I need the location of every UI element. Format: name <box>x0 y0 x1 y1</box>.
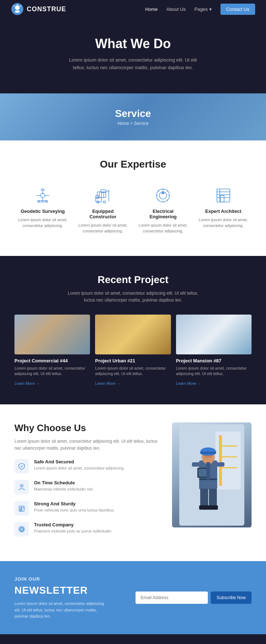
expertise-item-electrical: Electrical Engineering Lorem ipsum dolor… <box>135 183 192 238</box>
svg-rect-6 <box>41 189 44 190</box>
surveying-name: Geodetic Surveying <box>18 209 68 214</box>
project-desc-commercial: Lorem ipsum dolor sit amet, consectetur … <box>14 366 90 377</box>
project-title-urban: Project Urban #21 <box>95 358 171 363</box>
surveying-icon <box>34 187 51 204</box>
svg-rect-66 <box>209 489 217 507</box>
why-item-trusted: Trusted Company Praesent molestie justo … <box>14 522 158 536</box>
svg-rect-59 <box>200 452 216 454</box>
contact-button[interactable]: Contact Us <box>220 4 255 15</box>
schedule-icon-box <box>14 480 29 494</box>
trusted-title: Trusted Company <box>34 522 112 527</box>
sturdy-title: Strong And Sturdy <box>34 501 115 506</box>
safe-desc: Lorem ipsum dolor sit amet, consectetur … <box>34 466 125 471</box>
worker-image <box>172 422 252 527</box>
why-title: Why Choose Us <box>14 422 158 434</box>
logo[interactable]: CONSTRUE <box>11 3 66 16</box>
safe-title: Safe And Secured <box>34 459 125 464</box>
surveying-desc: Lorem ipsum dolor sit amet, consectetur … <box>18 217 68 229</box>
person-icon <box>18 484 25 491</box>
svg-rect-2 <box>15 10 20 13</box>
project-image-mansion <box>176 315 252 354</box>
nav-home[interactable]: Home <box>145 7 158 12</box>
expertise-section: Our Expertise Geodetic Surveying Lorem i… <box>0 140 266 256</box>
architect-name: Expert Architect <box>199 209 248 214</box>
hero-title: What We Do <box>14 36 252 51</box>
svg-line-14 <box>46 201 47 203</box>
electrical-icon <box>154 187 172 204</box>
project-image-commercial <box>14 315 90 354</box>
expertise-item-architect: Expert Architect Lorem ipsum dolor sit a… <box>195 183 252 238</box>
svg-point-18 <box>103 201 106 203</box>
project-title-mansion: Project Mansion #87 <box>176 358 252 363</box>
svg-point-1 <box>15 5 20 10</box>
project-image-urban <box>95 315 171 354</box>
newsletter-desc: Lorem ipsum dolor sit amet, consectetur … <box>14 601 108 620</box>
service-banner: Service Home > Service <box>0 93 266 140</box>
subscribe-button[interactable]: Subscribe Now <box>211 592 252 604</box>
project-card-mansion: Project Mansion #87 Lorem ipsum dolor si… <box>176 315 252 386</box>
svg-rect-70 <box>206 462 210 480</box>
architect-icon <box>215 187 232 204</box>
trusted-icon-box <box>14 522 29 536</box>
project-card-commercial: Project Commercial #44 Lorem ipsum dolor… <box>14 315 90 386</box>
svg-line-13 <box>38 201 40 203</box>
schedule-title: On Time Schedule <box>34 480 94 485</box>
expertise-item-surveying: Geodetic Surveying Lorem ipsum dolor sit… <box>14 183 71 238</box>
nav-links: Home About Us Pages ▾ Contact Us <box>145 4 255 15</box>
svg-rect-65 <box>200 489 208 507</box>
svg-rect-62 <box>216 462 224 467</box>
project-link-mansion[interactable]: Learn More → <box>176 381 201 386</box>
newsletter-title: NEWSLETTER <box>14 585 128 596</box>
hero-section: What We Do Lorem ipsum dolor sit amet, c… <box>0 18 266 93</box>
constructor-name: Equipped Constructor <box>78 209 128 219</box>
why-item-safe: Safe And Secured Lorem ipsum dolor sit a… <box>14 459 158 473</box>
logo-icon <box>11 3 24 16</box>
banner-title: Service <box>115 108 151 119</box>
project-card-urban: Project Urban #21 Lorem ipsum dolor sit … <box>95 315 171 386</box>
worker-illustration <box>179 424 244 526</box>
architect-desc: Lorem ipsum dolor sit amet, consectetur … <box>199 217 248 229</box>
project-link-urban[interactable]: Learn More → <box>95 381 120 386</box>
project-title-commercial: Project Commercial #44 <box>14 358 90 363</box>
recent-section: Recent Project Lorem ipsum dolor sit ame… <box>0 256 266 404</box>
project-desc-mansion: Lorem ipsum dolor sit amet, consectetur … <box>176 366 252 377</box>
banner-content: Service Home > Service <box>115 108 151 126</box>
svg-rect-52 <box>219 435 222 486</box>
email-input[interactable] <box>136 592 208 604</box>
svg-point-49 <box>21 528 23 530</box>
svg-rect-67 <box>199 505 209 510</box>
svg-rect-60 <box>205 455 212 458</box>
project-desc-urban: Lorem ipsum dolor sit amet, consectetur … <box>95 366 171 377</box>
banner-breadcrumb: Home > Service <box>115 121 151 126</box>
gear-icon <box>18 526 25 533</box>
expertise-title: Our Expertise <box>14 159 252 170</box>
nav-pages[interactable]: Pages ▾ <box>194 7 212 12</box>
projects-grid: Project Commercial #44 Lorem ipsum dolor… <box>14 315 252 386</box>
schedule-desc: Maecenas lobortis sollicitudin nisi. <box>34 487 94 492</box>
newsletter-section: JOIN OUR NEWSLETTER Lorem ipsum dolor si… <box>0 561 266 634</box>
why-image-container <box>172 422 252 527</box>
why-section: Why Choose Us Lorem ipsum dolor sit amet… <box>0 404 266 561</box>
expertise-item-constructor: Equipped Constructor Lorem ipsum dolor s… <box>75 183 132 238</box>
hero-description: Lorem ipsum dolor sit amet, consectetur … <box>64 56 202 72</box>
constructor-desc: Lorem ipsum dolor sit amet, consectetur … <box>78 222 128 234</box>
building-icon <box>18 505 25 512</box>
project-link-commercial[interactable]: Learn More → <box>14 381 39 386</box>
svg-rect-68 <box>208 505 218 510</box>
sturdy-desc: Proin vehicula nunc quis urna luctus fau… <box>34 508 115 513</box>
svg-rect-42 <box>220 195 224 202</box>
trusted-desc: Praesent molestie justo ac purus sollici… <box>34 529 112 534</box>
expertise-grid: Geodetic Surveying Lorem ipsum dolor sit… <box>14 183 252 238</box>
constructor-icon <box>94 187 112 204</box>
svg-rect-48 <box>20 509 21 511</box>
recent-subtitle: Lorem ipsum dolor sit amet, consectetur … <box>64 290 202 304</box>
why-item-sturdy: Strong And Sturdy Proin vehicula nunc qu… <box>14 501 158 515</box>
nav-about[interactable]: About Us <box>166 7 185 12</box>
newsletter-right: Subscribe Now <box>136 592 252 604</box>
navbar: CONSTRUE Home About Us Pages ▾ Contact U… <box>0 0 266 18</box>
why-content: Why Choose Us Lorem ipsum dolor sit amet… <box>14 422 158 543</box>
logo-text: CONSTRUE <box>27 5 66 13</box>
newsletter-join: JOIN OUR <box>14 576 108 583</box>
svg-point-44 <box>21 485 22 487</box>
newsletter-left: JOIN OUR NEWSLETTER Lorem ipsum dolor si… <box>14 576 128 620</box>
